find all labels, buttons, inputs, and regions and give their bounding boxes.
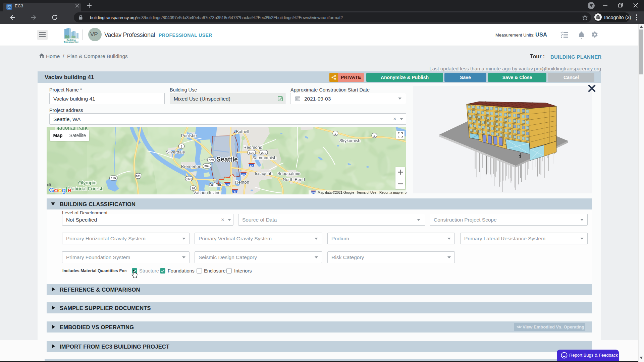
svg-text:101: 101 (136, 175, 141, 178)
svg-text:Bremerton: Bremerton (181, 164, 202, 169)
svg-text:Belfair: Belfair (209, 182, 222, 187)
svg-text:119: 119 (111, 176, 116, 180)
svg-text:3: 3 (180, 144, 182, 148)
svg-text:304: 304 (204, 164, 210, 168)
svg-text:2: 2 (373, 134, 375, 137)
svg-text:90: 90 (250, 165, 253, 168)
svg-text:16: 16 (192, 186, 195, 190)
svg-text:Issaquah: Issaquah (255, 171, 273, 176)
svg-text:160: 160 (186, 177, 192, 181)
svg-text:202: 202 (261, 151, 266, 155)
svg-text:Poulsbo: Poulsbo (181, 133, 197, 138)
svg-text:Sammamish: Sammamish (252, 155, 276, 160)
svg-text:Snoqualmie: Snoqualmie (277, 171, 301, 176)
svg-text:Silverdale: Silverdale (166, 149, 185, 155)
svg-text:Olympic: Olympic (78, 180, 97, 185)
svg-text:Vashon Island: Vashon Island (193, 190, 220, 194)
svg-text:National Forest: National Forest (68, 186, 103, 191)
svg-text:Transparency: Transparency (64, 41, 78, 43)
svg-text:2: 2 (334, 132, 336, 135)
svg-text:90: 90 (312, 191, 315, 194)
svg-text:Renton: Renton (235, 180, 249, 185)
svg-text:305: 305 (209, 158, 214, 162)
svg-text:Skykomish: Skykomish (339, 138, 361, 143)
svg-text:5: 5 (234, 191, 236, 194)
svg-text:Redmond: Redmond (244, 145, 262, 150)
svg-text:Bothell: Bothell (236, 129, 249, 134)
svg-text:Seattle: Seattle (216, 156, 238, 163)
svg-text:405: 405 (241, 173, 246, 177)
svg-text:North Bend: North Bend (283, 177, 305, 182)
svg-text:520: 520 (249, 151, 254, 155)
svg-text:509: 509 (225, 183, 230, 187)
